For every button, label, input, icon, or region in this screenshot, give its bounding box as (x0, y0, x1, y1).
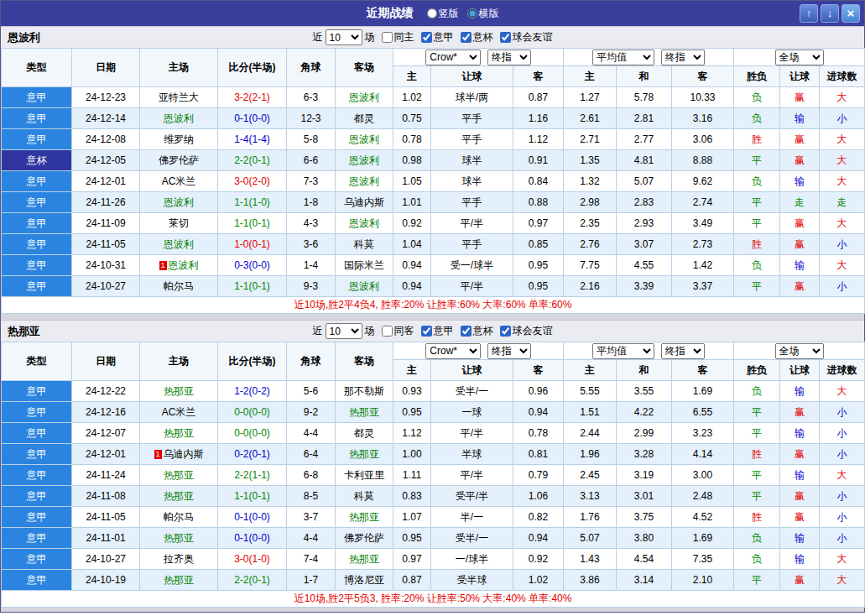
odds-away-cell: 0.92 (513, 549, 564, 570)
odds-away-cell: 0.96 (513, 381, 564, 402)
league-cell: 意甲 (2, 465, 72, 486)
league-serie-a-option[interactable]: 意甲 (414, 30, 454, 44)
header-odds-handicap: 让球 (431, 66, 513, 87)
league-friendly-option[interactable]: 球会友谊 (493, 324, 553, 338)
avg-draw-cell: 2.83 (617, 192, 672, 213)
league-friendly-checkbox[interactable] (500, 32, 511, 43)
same-venue-checkbox[interactable] (382, 32, 393, 43)
match-date: 24-11-09 (72, 213, 140, 234)
away-team-cell: 热那亚 (336, 549, 393, 570)
average-odds-select[interactable]: 平均值 (592, 50, 654, 65)
home-team-cell: 亚特兰大 (140, 87, 218, 108)
league-coppa-option[interactable]: 意杯 (454, 30, 493, 44)
avg-draw-cell: 5.07 (617, 171, 672, 192)
same-venue-option[interactable]: 同客 (375, 324, 414, 338)
league-serie-a-label: 意甲 (434, 324, 454, 338)
section-divider (1, 314, 864, 320)
odds-provider-select[interactable]: Crow* (425, 50, 481, 65)
match-row: 意甲24-10-311恩波利0-3(0-0)1-4国际米兰0.94受一/球半0.… (2, 255, 865, 276)
league-serie-a-option[interactable]: 意甲 (414, 324, 454, 338)
avg-home-cell: 2.71 (564, 129, 617, 150)
result-handicap-cell: 赢 (780, 87, 820, 108)
layout-horizontal-option[interactable]: 横版 (467, 7, 499, 21)
header-result-handicap: 让球 (780, 66, 820, 87)
handicap-cell: 一球 (431, 402, 513, 423)
result-wdl-cell: 负 (734, 549, 780, 570)
odds-final-select[interactable]: 终指 (487, 343, 531, 359)
league-serie-a-checkbox[interactable] (421, 326, 432, 337)
down-arrow-icon: ↓ (827, 7, 833, 19)
odds-away-cell: 0.97 (513, 213, 564, 234)
avg-away-cell: 9.62 (672, 171, 734, 192)
handicap-cell: 受半/一 (431, 381, 513, 402)
header-result-handicap: 让球 (780, 360, 820, 381)
avg-draw-cell: 2.99 (617, 423, 672, 444)
avg-draw-cell: 3.19 (617, 465, 672, 486)
avg-away-cell: 4.14 (672, 444, 734, 465)
league-coppa-option[interactable]: 意杯 (454, 324, 493, 338)
league-friendly-checkbox[interactable] (500, 326, 511, 337)
league-cell: 意甲 (2, 528, 72, 549)
league-serie-a-checkbox[interactable] (421, 32, 432, 43)
corner-cell: 4-3 (287, 213, 336, 234)
move-up-button[interactable]: ↑ (800, 4, 818, 23)
result-handicap-cell: 走 (780, 192, 820, 213)
away-team-name: 热那亚 (349, 448, 379, 460)
odds-home-cell: 0.94 (393, 255, 431, 276)
average-final-select[interactable]: 终指 (661, 343, 705, 359)
score-cell: 0-0(0-0) (218, 423, 287, 444)
away-team-name: 佛罗伦萨 (344, 532, 384, 544)
layout-vertical-option[interactable]: 竖版 (427, 7, 459, 21)
odds-home-cell: 1.12 (393, 423, 431, 444)
league-cell: 意甲 (2, 234, 72, 255)
result-handicap-cell: 输 (780, 255, 820, 276)
result-wdl-cell: 平 (734, 423, 780, 444)
results-table-empoli: 类型 日期 主场 比分(半场) 角球 客场 Crow* 终指 平均值 终指 全场 (1, 48, 865, 314)
away-team-cell: 恩波利 (336, 171, 393, 192)
corner-cell: 9-3 (287, 276, 336, 297)
odds-away-cell: 0.84 (513, 171, 564, 192)
result-handicap-cell: 赢 (780, 444, 820, 465)
result-goals-cell: 大 (820, 465, 865, 486)
fullmatch-select[interactable]: 全场 (775, 50, 824, 65)
league-cell: 意杯 (2, 150, 72, 171)
horizontal-radio[interactable] (467, 8, 477, 18)
average-final-select[interactable]: 终指 (661, 50, 705, 65)
league-coppa-checkbox[interactable] (461, 326, 472, 337)
home-team-cell: 热那亚 (140, 465, 218, 486)
games-label: 场 (365, 324, 375, 338)
recent-count-select[interactable]: 10 (326, 323, 362, 339)
match-rows: 意甲24-12-22热那亚1-2(0-2)5-6那不勒斯0.93受半/一0.96… (2, 381, 865, 591)
same-venue-option[interactable]: 同主 (375, 30, 414, 44)
odds-home-cell: 1.05 (393, 171, 431, 192)
league-coppa-checkbox[interactable] (461, 32, 472, 43)
home-team-name: 亚特兰大 (159, 91, 199, 103)
match-date: 24-10-27 (72, 549, 140, 570)
match-date: 24-11-24 (72, 465, 140, 486)
avg-away-cell: 1.69 (672, 528, 734, 549)
odds-home-cell: 0.98 (393, 150, 431, 171)
close-button[interactable]: × (842, 4, 860, 23)
corner-cell: 5-8 (287, 129, 336, 150)
average-odds-select[interactable]: 平均值 (592, 343, 654, 359)
home-team-cell: 佛罗伦萨 (140, 150, 218, 171)
vertical-radio[interactable] (427, 8, 437, 18)
games-label: 场 (365, 30, 375, 44)
odds-final-select[interactable]: 终指 (487, 50, 531, 65)
filter-bar: 近 10 场 同主 意甲 意杯 球会友谊 (313, 29, 553, 45)
match-rows: 意甲24-12-23亚特兰大3-2(2-1)6-3恩波利1.02球半/两0.87… (2, 87, 865, 297)
result-wdl-cell: 胜 (734, 444, 780, 465)
team-name: 恩波利 (8, 30, 40, 45)
recent-count-select[interactable]: 10 (326, 29, 362, 45)
odds-provider-select[interactable]: Crow* (425, 343, 481, 359)
fullmatch-select[interactable]: 全场 (775, 343, 824, 359)
league-coppa-label: 意杯 (473, 30, 493, 44)
match-date: 24-11-26 (72, 192, 140, 213)
home-team-cell: 拉齐奥 (140, 549, 218, 570)
home-team-cell: 恩波利 (140, 192, 218, 213)
match-row: 意甲24-11-26恩波利1-1(1-0)1-8乌迪内斯1.01平手0.882.… (2, 192, 865, 213)
odds-away-cell: 0.79 (513, 465, 564, 486)
move-down-button[interactable]: ↓ (821, 4, 839, 23)
league-friendly-option[interactable]: 球会友谊 (493, 30, 553, 44)
same-venue-checkbox[interactable] (382, 326, 393, 337)
